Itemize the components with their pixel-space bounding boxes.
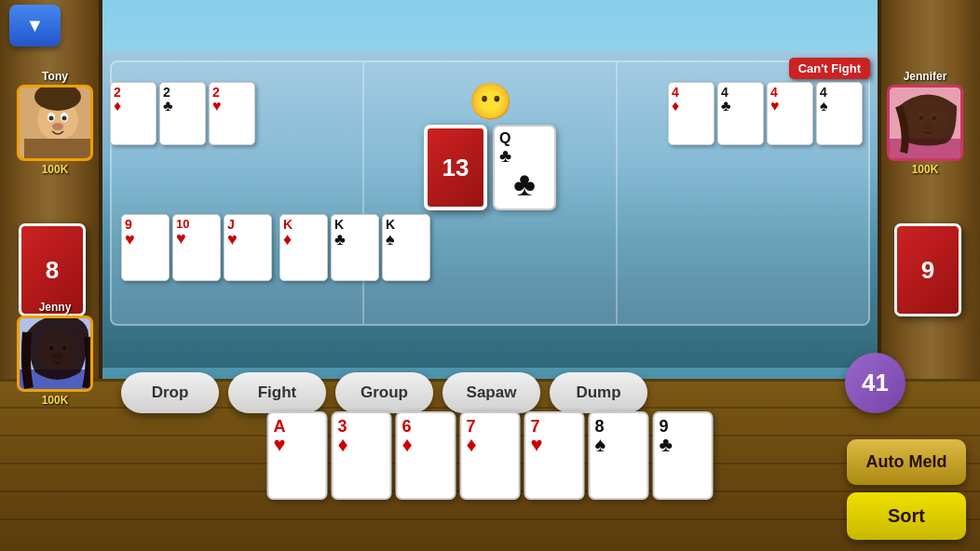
meld-group-1: 9 ♥ 10 ♥ J ♥: [121, 214, 272, 281]
svg-rect-7: [24, 139, 91, 161]
group-button[interactable]: Group: [335, 372, 433, 413]
jenny-player: Jenny 100K: [17, 301, 93, 407]
jennifer-money: 100K: [887, 163, 963, 176]
hand-card-ah[interactable]: A ♥: [267, 411, 328, 500]
center-cards: 13 Q ♣ ♣: [424, 125, 556, 210]
tony-card-1: 2 ♦: [110, 82, 157, 145]
fight-button[interactable]: Fight: [228, 372, 326, 413]
meld-card-9h: 9 ♥: [121, 214, 170, 281]
thinking-emoji: 😶: [469, 84, 512, 119]
jennifer-card-3: 4 ♥: [767, 82, 813, 145]
hand-card-6d[interactable]: 6 ♦: [396, 411, 456, 500]
jenny-money: 100K: [17, 394, 93, 407]
dump-button[interactable]: Dump: [550, 372, 647, 413]
jennifer-card-2: 4 ♣: [717, 82, 764, 145]
meld-card-kc: K ♣: [331, 214, 379, 281]
tony-avatar: [17, 85, 93, 161]
svg-point-5: [62, 116, 67, 121]
menu-button[interactable]: [9, 5, 61, 47]
tony-hand: 2 ♦ 2 ♣ 2 ♥: [110, 82, 255, 145]
jennifer-card-1: 4 ♦: [668, 82, 715, 145]
tony-player: Tony 100K: [17, 70, 93, 176]
hand-card-9c[interactable]: 9 ♣: [653, 411, 714, 500]
sapaw-button[interactable]: Sapaw: [442, 372, 540, 413]
cant-fight-badge: Can't Fight: [789, 58, 870, 79]
svg-point-4: [49, 116, 54, 121]
drop-button[interactable]: Drop: [121, 372, 219, 413]
jennifer-player: Jennifer 100K: [887, 70, 963, 176]
jennifer-hand: 4 ♦ 4 ♣ 4 ♥ 4 ♠: [668, 82, 863, 145]
hand-cards: A ♥ 3 ♦ 6 ♦ 7 ♦ 7 ♥ 8 ♠ 9 ♣: [267, 411, 714, 500]
sort-button[interactable]: Sort: [847, 492, 966, 540]
svg-point-6: [52, 123, 63, 130]
jenny-avatar: [17, 316, 93, 392]
center-area: 😶 13 Q ♣ ♣: [424, 84, 556, 210]
hand-card-8s[interactable]: 8 ♠: [589, 411, 649, 500]
tony-money: 100K: [17, 163, 93, 176]
meld-card-kd: K ♦: [279, 214, 328, 281]
jenny-name: Jenny: [17, 301, 93, 314]
top-card[interactable]: Q ♣ ♣: [493, 125, 556, 210]
meld-card-10h: 10 ♥: [172, 214, 221, 281]
auto-meld-button[interactable]: Auto Meld: [847, 439, 966, 485]
meld-group-2: K ♦ K ♣ K ♠: [279, 214, 430, 281]
jennifer-card-4: 4 ♠: [816, 82, 863, 145]
score-circle: 41: [845, 353, 905, 413]
meld-card-ks: K ♠: [382, 214, 430, 281]
jennifer-name: Jennifer: [887, 70, 963, 83]
hand-card-3d[interactable]: 3 ♦: [332, 411, 392, 500]
jennifer-avatar: [887, 85, 963, 161]
tony-card-2: 2 ♣: [159, 82, 206, 145]
meld-card-jh: J ♥: [224, 214, 272, 281]
tony-name: Tony: [17, 70, 93, 83]
hand-card-7d[interactable]: 7 ♦: [460, 411, 521, 500]
right-side-card: 9: [894, 223, 961, 316]
deck-card[interactable]: 13: [424, 125, 487, 210]
right-buttons: Auto Meld Sort: [847, 439, 966, 540]
tony-card-3: 2 ♥: [209, 82, 255, 145]
hand-card-7h[interactable]: 7 ♥: [524, 411, 585, 500]
action-buttons: Drop Fight Group Sapaw Dump: [121, 372, 845, 413]
